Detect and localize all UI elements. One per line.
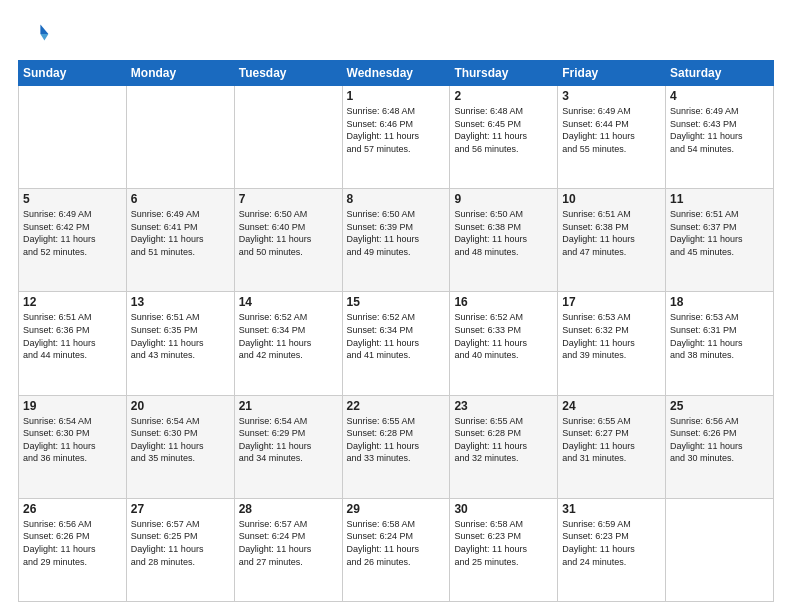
day-number: 7 <box>239 192 338 206</box>
day-info: Sunrise: 6:48 AM Sunset: 6:46 PM Dayligh… <box>347 105 446 155</box>
day-number: 6 <box>131 192 230 206</box>
calendar-cell: 11Sunrise: 6:51 AM Sunset: 6:37 PM Dayli… <box>666 189 774 292</box>
calendar-cell: 21Sunrise: 6:54 AM Sunset: 6:29 PM Dayli… <box>234 395 342 498</box>
calendar-cell: 24Sunrise: 6:55 AM Sunset: 6:27 PM Dayli… <box>558 395 666 498</box>
day-number: 21 <box>239 399 338 413</box>
calendar-cell: 7Sunrise: 6:50 AM Sunset: 6:40 PM Daylig… <box>234 189 342 292</box>
day-number: 22 <box>347 399 446 413</box>
day-number: 26 <box>23 502 122 516</box>
calendar-cell: 29Sunrise: 6:58 AM Sunset: 6:24 PM Dayli… <box>342 498 450 601</box>
day-number: 31 <box>562 502 661 516</box>
day-number: 14 <box>239 295 338 309</box>
day-info: Sunrise: 6:51 AM Sunset: 6:38 PM Dayligh… <box>562 208 661 258</box>
day-number: 9 <box>454 192 553 206</box>
calendar-cell: 27Sunrise: 6:57 AM Sunset: 6:25 PM Dayli… <box>126 498 234 601</box>
day-number: 19 <box>23 399 122 413</box>
calendar-cell: 1Sunrise: 6:48 AM Sunset: 6:46 PM Daylig… <box>342 86 450 189</box>
calendar-week-1: 1Sunrise: 6:48 AM Sunset: 6:46 PM Daylig… <box>19 86 774 189</box>
day-info: Sunrise: 6:51 AM Sunset: 6:35 PM Dayligh… <box>131 311 230 361</box>
day-header-sunday: Sunday <box>19 61 127 86</box>
calendar-cell: 9Sunrise: 6:50 AM Sunset: 6:38 PM Daylig… <box>450 189 558 292</box>
calendar-cell <box>19 86 127 189</box>
calendar-cell: 2Sunrise: 6:48 AM Sunset: 6:45 PM Daylig… <box>450 86 558 189</box>
calendar-cell: 12Sunrise: 6:51 AM Sunset: 6:36 PM Dayli… <box>19 292 127 395</box>
calendar-cell <box>126 86 234 189</box>
day-number: 17 <box>562 295 661 309</box>
logo-icon <box>18 18 50 50</box>
day-info: Sunrise: 6:54 AM Sunset: 6:30 PM Dayligh… <box>131 415 230 465</box>
calendar-cell: 26Sunrise: 6:56 AM Sunset: 6:26 PM Dayli… <box>19 498 127 601</box>
day-info: Sunrise: 6:51 AM Sunset: 6:36 PM Dayligh… <box>23 311 122 361</box>
day-number: 29 <box>347 502 446 516</box>
day-info: Sunrise: 6:52 AM Sunset: 6:34 PM Dayligh… <box>347 311 446 361</box>
day-number: 28 <box>239 502 338 516</box>
day-number: 20 <box>131 399 230 413</box>
day-info: Sunrise: 6:58 AM Sunset: 6:23 PM Dayligh… <box>454 518 553 568</box>
day-header-saturday: Saturday <box>666 61 774 86</box>
calendar: SundayMondayTuesdayWednesdayThursdayFrid… <box>18 60 774 602</box>
day-header-tuesday: Tuesday <box>234 61 342 86</box>
calendar-cell <box>666 498 774 601</box>
day-number: 13 <box>131 295 230 309</box>
calendar-week-5: 26Sunrise: 6:56 AM Sunset: 6:26 PM Dayli… <box>19 498 774 601</box>
calendar-cell: 8Sunrise: 6:50 AM Sunset: 6:39 PM Daylig… <box>342 189 450 292</box>
calendar-week-4: 19Sunrise: 6:54 AM Sunset: 6:30 PM Dayli… <box>19 395 774 498</box>
day-number: 15 <box>347 295 446 309</box>
day-header-thursday: Thursday <box>450 61 558 86</box>
page: SundayMondayTuesdayWednesdayThursdayFrid… <box>0 0 792 612</box>
day-info: Sunrise: 6:52 AM Sunset: 6:33 PM Dayligh… <box>454 311 553 361</box>
day-info: Sunrise: 6:52 AM Sunset: 6:34 PM Dayligh… <box>239 311 338 361</box>
day-info: Sunrise: 6:55 AM Sunset: 6:27 PM Dayligh… <box>562 415 661 465</box>
svg-marker-0 <box>40 24 48 34</box>
day-number: 25 <box>670 399 769 413</box>
day-info: Sunrise: 6:54 AM Sunset: 6:29 PM Dayligh… <box>239 415 338 465</box>
day-info: Sunrise: 6:49 AM Sunset: 6:41 PM Dayligh… <box>131 208 230 258</box>
day-number: 11 <box>670 192 769 206</box>
day-info: Sunrise: 6:53 AM Sunset: 6:31 PM Dayligh… <box>670 311 769 361</box>
calendar-cell: 14Sunrise: 6:52 AM Sunset: 6:34 PM Dayli… <box>234 292 342 395</box>
calendar-cell: 4Sunrise: 6:49 AM Sunset: 6:43 PM Daylig… <box>666 86 774 189</box>
day-number: 1 <box>347 89 446 103</box>
calendar-cell: 28Sunrise: 6:57 AM Sunset: 6:24 PM Dayli… <box>234 498 342 601</box>
day-number: 10 <box>562 192 661 206</box>
calendar-cell: 3Sunrise: 6:49 AM Sunset: 6:44 PM Daylig… <box>558 86 666 189</box>
calendar-cell: 25Sunrise: 6:56 AM Sunset: 6:26 PM Dayli… <box>666 395 774 498</box>
calendar-cell: 19Sunrise: 6:54 AM Sunset: 6:30 PM Dayli… <box>19 395 127 498</box>
day-info: Sunrise: 6:50 AM Sunset: 6:40 PM Dayligh… <box>239 208 338 258</box>
day-info: Sunrise: 6:54 AM Sunset: 6:30 PM Dayligh… <box>23 415 122 465</box>
day-header-wednesday: Wednesday <box>342 61 450 86</box>
calendar-cell: 6Sunrise: 6:49 AM Sunset: 6:41 PM Daylig… <box>126 189 234 292</box>
header <box>18 18 774 50</box>
day-info: Sunrise: 6:51 AM Sunset: 6:37 PM Dayligh… <box>670 208 769 258</box>
calendar-header-row: SundayMondayTuesdayWednesdayThursdayFrid… <box>19 61 774 86</box>
day-number: 24 <box>562 399 661 413</box>
calendar-cell <box>234 86 342 189</box>
logo <box>18 18 54 50</box>
calendar-week-3: 12Sunrise: 6:51 AM Sunset: 6:36 PM Dayli… <box>19 292 774 395</box>
day-info: Sunrise: 6:55 AM Sunset: 6:28 PM Dayligh… <box>454 415 553 465</box>
day-header-friday: Friday <box>558 61 666 86</box>
day-info: Sunrise: 6:48 AM Sunset: 6:45 PM Dayligh… <box>454 105 553 155</box>
day-info: Sunrise: 6:59 AM Sunset: 6:23 PM Dayligh… <box>562 518 661 568</box>
day-number: 30 <box>454 502 553 516</box>
day-info: Sunrise: 6:56 AM Sunset: 6:26 PM Dayligh… <box>23 518 122 568</box>
calendar-cell: 5Sunrise: 6:49 AM Sunset: 6:42 PM Daylig… <box>19 189 127 292</box>
calendar-cell: 10Sunrise: 6:51 AM Sunset: 6:38 PM Dayli… <box>558 189 666 292</box>
calendar-cell: 13Sunrise: 6:51 AM Sunset: 6:35 PM Dayli… <box>126 292 234 395</box>
day-info: Sunrise: 6:57 AM Sunset: 6:25 PM Dayligh… <box>131 518 230 568</box>
calendar-cell: 22Sunrise: 6:55 AM Sunset: 6:28 PM Dayli… <box>342 395 450 498</box>
day-info: Sunrise: 6:57 AM Sunset: 6:24 PM Dayligh… <box>239 518 338 568</box>
calendar-cell: 23Sunrise: 6:55 AM Sunset: 6:28 PM Dayli… <box>450 395 558 498</box>
day-header-monday: Monday <box>126 61 234 86</box>
svg-marker-1 <box>40 34 48 40</box>
day-number: 5 <box>23 192 122 206</box>
day-number: 3 <box>562 89 661 103</box>
day-info: Sunrise: 6:49 AM Sunset: 6:42 PM Dayligh… <box>23 208 122 258</box>
day-info: Sunrise: 6:49 AM Sunset: 6:43 PM Dayligh… <box>670 105 769 155</box>
calendar-cell: 16Sunrise: 6:52 AM Sunset: 6:33 PM Dayli… <box>450 292 558 395</box>
day-info: Sunrise: 6:55 AM Sunset: 6:28 PM Dayligh… <box>347 415 446 465</box>
day-number: 16 <box>454 295 553 309</box>
day-info: Sunrise: 6:50 AM Sunset: 6:38 PM Dayligh… <box>454 208 553 258</box>
day-info: Sunrise: 6:50 AM Sunset: 6:39 PM Dayligh… <box>347 208 446 258</box>
calendar-cell: 15Sunrise: 6:52 AM Sunset: 6:34 PM Dayli… <box>342 292 450 395</box>
